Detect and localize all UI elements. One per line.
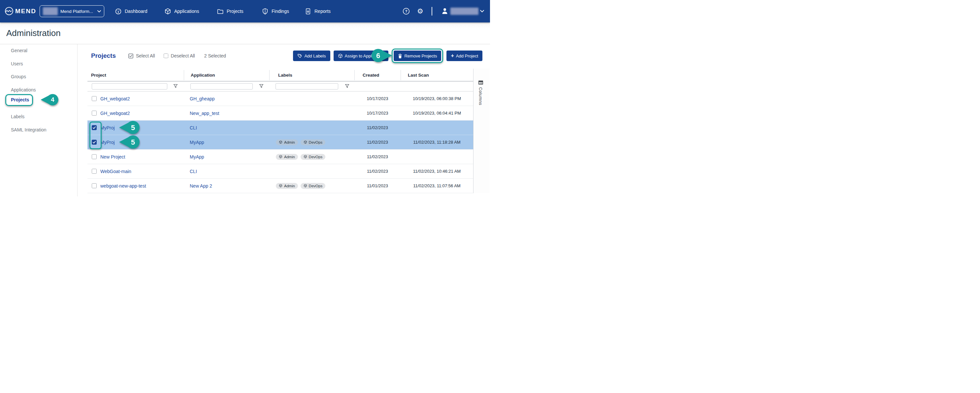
table-row[interactable]: webgoat-new-app-test New App 2 Admin Dev…	[88, 179, 473, 193]
label-badge: Admin	[276, 183, 298, 189]
sidebar-item-saml[interactable]: SAML Integration	[11, 126, 46, 133]
row-checkbox[interactable]	[92, 183, 97, 188]
tag-icon	[297, 53, 302, 58]
cube-icon	[164, 8, 171, 15]
project-link[interactable]: WebGoat-main	[100, 169, 131, 174]
last-scan-cell	[401, 121, 473, 135]
column-header-labels[interactable]: Labels	[269, 70, 355, 80]
redacted-org-name	[43, 7, 58, 15]
deselect-all-button[interactable]: Deselect All	[164, 53, 195, 58]
assign-to-app-label: Assign to Application	[345, 53, 384, 58]
page-header: Administration	[0, 22, 490, 44]
label-badge-text: DevOps	[309, 141, 323, 144]
select-all-button[interactable]: Select All	[128, 53, 155, 58]
help-icon[interactable]: ?	[402, 8, 410, 15]
application-link[interactable]: New App 2	[190, 183, 212, 189]
nav-findings[interactable]: Findings	[262, 0, 289, 22]
table-row-selected[interactable]: MyProj MyApp Admin DevOps 11/02/2023 11/…	[88, 135, 473, 150]
table-row[interactable]: New Project MyApp Admin DevOps 11/02/202…	[88, 150, 473, 164]
application-link[interactable]: MyApp	[190, 154, 204, 160]
last-scan-cell: 11/02/2023, 11:07:56 AM	[401, 179, 473, 193]
dashboard-gauge-icon	[115, 8, 122, 15]
user-menu-chevron-down-icon[interactable]	[480, 10, 484, 13]
sidebar-item-labels[interactable]: Labels	[11, 113, 24, 120]
add-labels-button[interactable]: Add Labels	[293, 51, 330, 61]
sidebar-item-groups[interactable]: Groups	[11, 73, 26, 80]
user-avatar-icon[interactable]	[441, 7, 449, 15]
sidebar-item-applications[interactable]: Applications	[11, 86, 36, 93]
table-row[interactable]: WebGoat-main CLI 11/02/2023 11/02/2023, …	[88, 164, 473, 179]
label-badge: DevOps	[301, 154, 326, 160]
org-dropdown-label: Mend Platform...	[60, 9, 93, 14]
application-link[interactable]: MyApp	[190, 140, 204, 145]
sidebar-item-general[interactable]: General	[11, 47, 27, 54]
project-link[interactable]: GH_webgoat2	[100, 96, 130, 101]
table-row-selected[interactable]: MyProj CLI 11/02/2023	[88, 121, 473, 135]
column-header-application[interactable]: Application	[184, 70, 269, 80]
row-checkbox[interactable]	[92, 111, 97, 116]
row-checkbox-checked[interactable]	[92, 140, 97, 145]
label-badge-text: DevOps	[309, 155, 323, 159]
nav-reports[interactable]: Reports	[305, 0, 331, 22]
filter-funnel-icon[interactable]	[173, 84, 178, 88]
project-link[interactable]: New Project	[100, 154, 125, 160]
filter-funnel-icon[interactable]	[345, 84, 350, 88]
columns-tab[interactable]: Columns	[478, 81, 483, 105]
nav-projects[interactable]: Projects	[217, 0, 243, 22]
application-link[interactable]: CLI	[190, 169, 197, 174]
table-row[interactable]: GH_webgoat2 GH_gheapp 10/17/2023 10/19/2…	[88, 91, 473, 106]
sidebar-item-projects[interactable]: Projects	[11, 96, 29, 103]
remove-projects-button[interactable]: Remove Projects	[394, 51, 441, 61]
filter-funnel-icon[interactable]	[259, 84, 264, 88]
page-title: Administration	[6, 28, 61, 38]
row-checkbox[interactable]	[92, 154, 97, 159]
svg-text:?: ?	[405, 9, 407, 13]
column-header-created[interactable]: Created	[355, 70, 401, 80]
application-filter-input[interactable]	[190, 83, 253, 89]
application-link[interactable]: CLI	[190, 125, 197, 131]
project-filter-input[interactable]	[92, 83, 167, 89]
selected-count: 2 Selected	[204, 53, 226, 58]
add-labels-label: Add Labels	[304, 53, 326, 58]
column-header-project[interactable]: Project	[88, 70, 184, 80]
created-cell: 11/02/2023	[355, 164, 401, 178]
row-checkbox[interactable]	[92, 169, 97, 174]
label-badge-text: Admin	[284, 155, 295, 159]
created-cell: 11/02/2023	[355, 135, 401, 149]
shield-icon	[262, 8, 269, 15]
project-link[interactable]: GH_webgoat2	[100, 111, 130, 116]
table-header-row: Project Application Labels Created Last …	[88, 69, 473, 81]
project-link[interactable]: webgoat-new-app-test	[100, 183, 146, 189]
created-cell: 10/17/2023	[355, 91, 401, 106]
label-badge: Admin	[276, 139, 298, 145]
deselect-all-label: Deselect All	[171, 53, 195, 58]
table-row[interactable]: GH_webgoat2 New_app_test 10/17/2023 10/1…	[88, 106, 473, 121]
report-icon	[305, 8, 312, 15]
nav-findings-label: Findings	[272, 9, 289, 14]
assign-to-app-button[interactable]: Assign to Application	[334, 51, 389, 61]
gear-icon[interactable]: ⚙	[417, 8, 423, 14]
application-link[interactable]: GH_gheapp	[190, 96, 215, 101]
last-scan-cell: 10/19/2023, 06:00:38 PM	[401, 91, 473, 106]
row-checkbox-checked[interactable]	[92, 125, 97, 130]
project-link[interactable]: MyProj	[100, 125, 115, 131]
labels-filter-input[interactable]	[275, 83, 338, 89]
nav-applications[interactable]: Applications	[164, 0, 199, 22]
remove-projects-label: Remove Projects	[404, 53, 437, 58]
created-cell: 11/02/2023	[355, 150, 401, 164]
nav-dashboard[interactable]: Dashboard	[115, 0, 148, 22]
project-link[interactable]: MyProj	[100, 140, 115, 145]
select-all-label: Select All	[136, 53, 155, 58]
last-scan-cell: 11/02/2023, 11:18:28 AM	[401, 135, 473, 149]
application-link[interactable]: New_app_test	[190, 111, 220, 116]
org-selector-dropdown[interactable]: Mend Platform...	[40, 5, 104, 17]
nav-reports-label: Reports	[315, 9, 331, 14]
sidebar-item-users[interactable]: Users	[11, 61, 23, 67]
nav-applications-label: Applications	[174, 9, 199, 14]
add-project-label: Add Project	[456, 53, 478, 58]
topbar-divider	[431, 7, 432, 16]
add-project-button[interactable]: + Add Project	[447, 51, 482, 61]
row-checkbox[interactable]	[92, 96, 97, 101]
brand-name: MEND	[15, 8, 36, 15]
column-header-last-scan[interactable]: Last Scan	[401, 70, 473, 80]
